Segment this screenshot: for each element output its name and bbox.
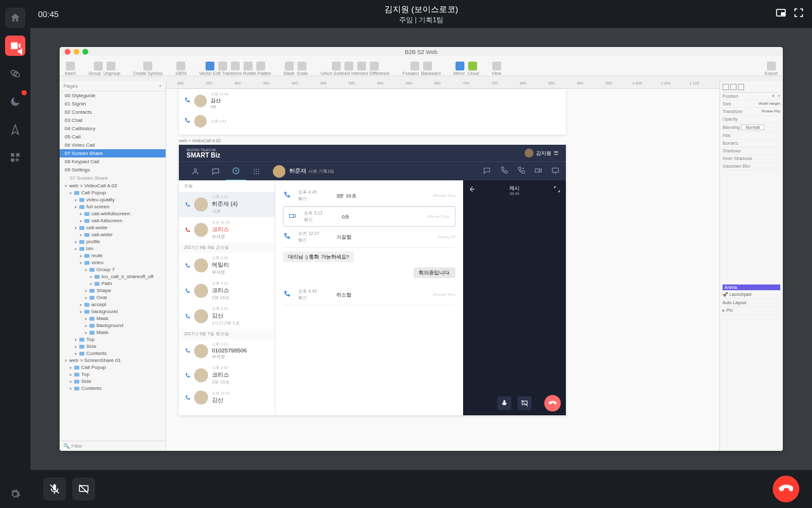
align-left-icon[interactable]	[723, 84, 729, 90]
tool-backward-icon[interactable]	[423, 62, 432, 70]
layer-row[interactable]: ▸Mask	[60, 329, 166, 336]
tool-mask-icon[interactable]	[285, 62, 294, 70]
layer-row[interactable]: ▸Group 7	[60, 266, 166, 273]
list-item[interactable]: 오전 11:01크리스부재중	[179, 217, 275, 243]
tool-union-icon[interactable]	[332, 62, 341, 70]
artboard-a[interactable]: web > VideoCall A 02	[69, 183, 117, 189]
action-call-add[interactable]	[517, 166, 525, 177]
action-call[interactable]	[500, 166, 508, 177]
tool-intersect-icon[interactable]	[357, 62, 366, 70]
tool-scale-icon[interactable]	[298, 62, 306, 70]
layer-row[interactable]: ▸call-wider	[60, 231, 166, 238]
rail-video-call[interactable]	[5, 36, 25, 56]
layer-row[interactable]: ▸Mask	[60, 315, 166, 322]
menu-icon[interactable]: ☰	[554, 150, 558, 156]
tab-chat[interactable]	[206, 167, 226, 176]
layer-row[interactable]: ▸full screen	[60, 203, 166, 210]
tool-forward-icon[interactable]	[410, 62, 419, 70]
tool-group-icon[interactable]	[94, 62, 103, 70]
layer-row[interactable]: ▸call-fullscreen	[60, 217, 166, 224]
mute-button[interactable]	[497, 396, 511, 410]
action-chat[interactable]	[483, 166, 491, 177]
fullscreen-button[interactable]	[793, 7, 804, 21]
layer-row[interactable]: ▸Path	[60, 280, 166, 287]
page-item[interactable]: 01 Signin	[60, 100, 166, 108]
list-item[interactable]: 오후 2:54크리스2분 19초	[179, 363, 275, 388]
page-item[interactable]: 02 Contacts	[60, 108, 166, 116]
blending-select[interactable]: Normal	[741, 124, 764, 130]
layer-row[interactable]: ▸Contents	[60, 385, 166, 392]
tool-view[interactable]: View	[492, 62, 501, 76]
artboard-b[interactable]: web > ScreenShare 01	[69, 358, 121, 363]
canvas[interactable]: 2002503003504004505005506006507007508008…	[166, 81, 719, 451]
detail-row[interactable]: 오후 3:12발신0초iPhone7 Plus	[283, 206, 455, 227]
list-item[interactable]: 오후 3:29에밀리부재중	[179, 253, 275, 278]
layer-row[interactable]: ▸background	[60, 308, 166, 315]
page-item[interactable]: 06 Video Call	[60, 141, 166, 149]
stop-share-button[interactable]	[518, 396, 532, 410]
layer-row[interactable]: ▸call-winfullscreen	[60, 210, 166, 217]
layer-row[interactable]: ▸Call Popup	[60, 364, 166, 371]
end-call-button-small[interactable]	[544, 395, 561, 411]
artboard-smartbiz[interactable]: SEJONG TELECOMSMART Biz 김지원☰ 허준재 사원 기획1팀	[179, 145, 566, 415]
plugin-anima[interactable]: Anima	[723, 284, 780, 291]
layer-row[interactable]: ▸call-wider	[60, 224, 166, 231]
layer-row[interactable]: ▸Call Popup	[60, 189, 166, 196]
layer-row[interactable]: ▸mute	[60, 252, 166, 259]
list-item[interactable]: 오후 4:1101025798506부재중	[179, 339, 275, 363]
tab-contacts[interactable]	[185, 167, 206, 176]
tool-create-symbol[interactable]: Create Symbol	[133, 62, 162, 76]
tab-keypad[interactable]	[246, 167, 266, 176]
layer-row[interactable]: ▸profile	[60, 238, 166, 245]
layer-row[interactable]: ▸Side	[60, 343, 166, 350]
layer-row[interactable]: ▸video	[60, 259, 166, 266]
layer-row[interactable]: ▸Background	[60, 322, 166, 329]
detail-row[interactable]: 오전 12:27발신거절함Galaxy S7	[283, 227, 455, 248]
rail-apps[interactable]	[5, 147, 25, 168]
layer-row[interactable]: ▸Top	[60, 371, 166, 378]
tool-insert[interactable]: Insert	[65, 62, 76, 76]
tool-ungroup-icon[interactable]	[107, 62, 115, 70]
tab-history[interactable]	[226, 162, 246, 181]
plugin-launchpad[interactable]: 🚀 Launchpad	[723, 291, 780, 299]
tool-edit-icon[interactable]	[218, 62, 227, 70]
app-user[interactable]: 김지원☰	[525, 149, 558, 157]
action-video[interactable]	[534, 166, 542, 177]
layer-row[interactable]: ▸Top	[60, 336, 166, 343]
tool-difference-icon[interactable]	[370, 62, 379, 70]
plugin-pin[interactable]: ▸ Pin	[723, 307, 780, 315]
rail-send[interactable]	[5, 119, 25, 140]
page-item[interactable]: 05 Call	[60, 133, 166, 141]
page-item[interactable]: 07 Screen Share	[60, 149, 166, 157]
page-item[interactable]: 03 Chat	[60, 116, 166, 124]
layer-row[interactable]: ▸btn	[60, 245, 166, 252]
detail-row[interactable]: 오후 4:45발신 취소함 iPhone7 Plus	[283, 284, 455, 305]
page-item[interactable]: 00 Styleguide	[60, 91, 166, 100]
rail-moon[interactable]	[5, 91, 25, 112]
page-item[interactable]: 04 Callhistory	[60, 124, 166, 133]
layer-row[interactable]: ▸ico_call_b_shareoff_off	[60, 273, 166, 280]
page-item[interactable]: 09 Settings	[60, 166, 166, 174]
artboard-label[interactable]: web > VideoCall A 02	[179, 138, 221, 143]
align-center-icon[interactable]	[730, 84, 737, 90]
tool-transform-icon[interactable]	[231, 62, 240, 70]
tool-zoom[interactable]: 100%	[175, 62, 187, 76]
page-item[interactable]: 08 Keypad Call	[60, 157, 166, 166]
action-screen[interactable]	[551, 166, 560, 177]
filter-input[interactable]: 🔍 Filter	[60, 441, 166, 451]
tool-mirror-icon[interactable]	[455, 62, 464, 70]
mic-toggle[interactable]	[43, 478, 66, 500]
tool-subtract-icon[interactable]	[344, 62, 353, 70]
sub-page[interactable]: 07 Screen Share	[60, 174, 166, 182]
list-item[interactable]: 오후 3:12허준재 (4)사원	[179, 192, 275, 217]
layer-row[interactable]: ▸Contents	[60, 350, 166, 357]
video-back[interactable]	[468, 185, 476, 194]
list-item[interactable]: 오후 4:11크리스2분 19초	[179, 278, 275, 304]
pip-button[interactable]	[775, 7, 787, 21]
tool-rotate-icon[interactable]	[244, 62, 252, 70]
rail-settings[interactable]	[5, 484, 25, 504]
detail-row[interactable]: 오후 4:45발신3분 19초iPhone7 Plus	[283, 185, 455, 206]
layer-row[interactable]: ▸accept	[60, 301, 166, 308]
add-page-icon[interactable]: +	[159, 83, 162, 89]
layer-row[interactable]: ▸Side	[60, 378, 166, 385]
